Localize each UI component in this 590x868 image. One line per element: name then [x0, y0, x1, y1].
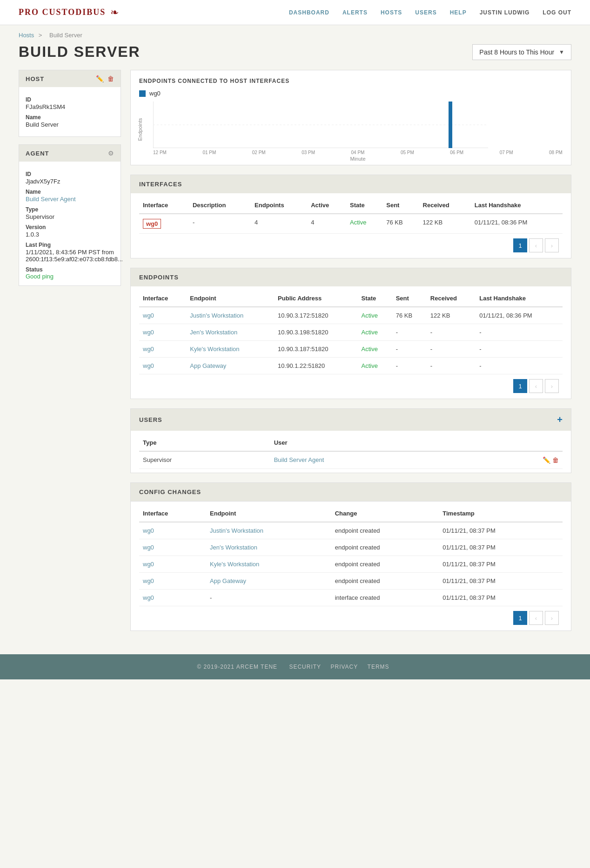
brand: PRO CUSTODIBUS ❧: [19, 7, 119, 19]
ep-endpoint-1: Justin's Workstation: [186, 307, 274, 324]
ep-sent-1: 76 KB: [392, 307, 427, 324]
cfg-wg0-link-2[interactable]: wg0: [143, 544, 154, 551]
host-card-body: ID FJa9sRk1SM4 Name Build Server: [19, 87, 121, 136]
table-row: wg0 Kyle's Workstation 10.90.3.187:51820…: [139, 341, 563, 358]
user-edit-button[interactable]: ✏️: [543, 456, 550, 464]
cfg-page-next-btn[interactable]: ›: [545, 611, 559, 625]
wg0-link-2[interactable]: wg0: [143, 329, 154, 336]
agent-settings-button[interactable]: ⚙: [108, 149, 114, 157]
user-link-1[interactable]: Build Server Agent: [274, 456, 324, 463]
add-user-button[interactable]: +: [557, 414, 563, 425]
table-row: wg0 - interface created 01/11/21, 08:37 …: [139, 590, 563, 606]
navbar: PRO CUSTODIBUS ❧ DASHBOARD ALERTS HOSTS …: [0, 0, 590, 25]
user-actions-1: ✏️ 🗑: [478, 451, 563, 469]
wg0-link-bordered[interactable]: wg0: [143, 219, 161, 229]
ep-page-next-btn[interactable]: ›: [545, 379, 559, 393]
footer: © 2019-2021 ARCEM TENE SECURITY PRIVACY …: [0, 654, 590, 679]
footer-security-link[interactable]: SECURITY: [289, 664, 321, 670]
table-row: wg0 - 4 4 Active 76 KB 122 KB 01/11/21, …: [139, 214, 563, 234]
agent-name-link[interactable]: Build Server Agent: [26, 196, 76, 203]
ep-endpoint-link-1[interactable]: Justin's Workstation: [190, 312, 243, 319]
agent-type-value: Supervisor: [26, 213, 114, 220]
cfg-wg0-link-5[interactable]: wg0: [143, 594, 154, 601]
agent-card-title: AGENT: [26, 150, 49, 157]
nav-logout[interactable]: LOG OUT: [543, 9, 571, 16]
ep-endpoint-link-2[interactable]: Jen's Workstation: [190, 329, 237, 336]
cfg-wg0-link-4[interactable]: wg0: [143, 577, 154, 584]
time-selector-button[interactable]: Past 8 Hours to This Hour ▼: [472, 44, 571, 60]
wg0-link-3[interactable]: wg0: [143, 346, 154, 353]
cfg-ep-3: Kyle's Workstation: [206, 556, 331, 573]
ep-interface-4: wg0: [139, 358, 186, 374]
ep-state-4: Active: [358, 358, 392, 374]
chart-area: ENDPOINTS CONNECTED TO HOST INTERFACES w…: [131, 70, 571, 165]
ep-sent-2: -: [392, 324, 427, 341]
col-sent: Sent: [382, 197, 419, 214]
page-next-btn[interactable]: ›: [545, 238, 559, 252]
cfg-if-4: wg0: [139, 573, 206, 590]
chart-section: ENDPOINTS CONNECTED TO HOST INTERFACES w…: [130, 70, 571, 165]
host-name-value: Build Server: [26, 121, 114, 128]
host-id-value: FJa9sRk1SM4: [26, 103, 114, 110]
footer-privacy-link[interactable]: PRIVACY: [330, 664, 358, 670]
cfg-wg0-link-3[interactable]: wg0: [143, 561, 154, 568]
page-btn-1[interactable]: 1: [513, 238, 527, 252]
host-delete-button[interactable]: 🗑: [107, 75, 114, 82]
endpoints-section: ENDPOINTS Interface Endpoint Public Addr…: [130, 268, 571, 399]
chart-title: ENDPOINTS CONNECTED TO HOST INTERFACES: [139, 78, 563, 84]
cfg-page-prev-btn[interactable]: ‹: [529, 611, 543, 625]
cfg-change-1: endpoint created: [331, 522, 439, 539]
table-row: wg0 Jen's Workstation endpoint created 0…: [139, 539, 563, 556]
config-section: CONFIG CHANGES Interface Endpoint Change…: [130, 482, 571, 631]
footer-terms-link[interactable]: TERMS: [368, 664, 389, 670]
ep-address-3: 10.90.3.187:51820: [274, 341, 357, 358]
nav-users[interactable]: USERS: [415, 9, 436, 16]
interfaces-header: INTERFACES: [131, 175, 571, 193]
user-delete-button[interactable]: 🗑: [552, 456, 559, 464]
endpoints-pagination: 1 ‹ ›: [139, 374, 563, 395]
agent-type-label: Type: [26, 206, 114, 213]
breadcrumb-parent[interactable]: Hosts: [19, 32, 34, 39]
cfg-wg0-link-1[interactable]: wg0: [143, 527, 154, 534]
ep-received-2: -: [427, 324, 476, 341]
cfg-ep-link-4[interactable]: App Gateway: [210, 577, 246, 584]
ep-page-btn-1[interactable]: 1: [513, 379, 527, 393]
cfg-page-btn-1[interactable]: 1: [513, 611, 527, 625]
ep-handshake-2: -: [476, 324, 563, 341]
if-state: Active: [346, 214, 382, 234]
users-tbody: Supervisor Build Server Agent ✏️ 🗑: [139, 451, 563, 469]
ep-received-4: -: [427, 358, 476, 374]
cfg-ep-link-3[interactable]: Kyle's Workstation: [210, 561, 259, 568]
config-body: Interface Endpoint Change Timestamp wg0 …: [131, 501, 571, 631]
wg0-link-4[interactable]: wg0: [143, 362, 154, 369]
interfaces-tbody: wg0 - 4 4 Active 76 KB 122 KB 01/11/21, …: [139, 214, 563, 234]
cfg-ts-1: 01/11/21, 08:37 PM: [439, 522, 563, 539]
cfg-ep-link-2[interactable]: Jen's Workstation: [210, 544, 257, 551]
wg0-link-1[interactable]: wg0: [143, 312, 154, 319]
page-prev-btn[interactable]: ‹: [529, 238, 543, 252]
nav-hosts[interactable]: HOSTS: [381, 9, 402, 16]
nav-alerts[interactable]: ALERTS: [342, 9, 368, 16]
cfg-change-3: endpoint created: [331, 556, 439, 573]
agent-id-label: ID: [26, 171, 114, 177]
ep-endpoint-link-3[interactable]: Kyle's Workstation: [190, 346, 239, 353]
col-interface: Interface: [139, 197, 189, 214]
cfg-if-2: wg0: [139, 539, 206, 556]
host-card-actions: ✏️ 🗑: [96, 75, 114, 82]
interfaces-thead: Interface Description Endpoints Active S…: [139, 197, 563, 214]
nav-help[interactable]: HELP: [450, 9, 467, 16]
nav-dashboard[interactable]: DASHBOARD: [289, 9, 329, 16]
config-tbody: wg0 Justin's Workstation endpoint create…: [139, 522, 563, 606]
nav-user[interactable]: JUSTIN LUDWIG: [480, 9, 530, 16]
agent-status-label: Status: [26, 266, 114, 273]
cfg-ep-link-1[interactable]: Justin's Workstation: [210, 527, 263, 534]
ep-page-prev-btn[interactable]: ‹: [529, 379, 543, 393]
chevron-down-icon: ▼: [559, 49, 564, 55]
agent-name-value: Build Server Agent: [26, 196, 114, 203]
ep-endpoint-link-4[interactable]: App Gateway: [190, 362, 226, 369]
host-edit-button[interactable]: ✏️: [96, 75, 104, 82]
interfaces-pagination: 1 ‹ ›: [139, 234, 563, 254]
host-card-header: HOST ✏️ 🗑: [19, 70, 121, 87]
ep-col-lasthandshake: Last Handshake: [476, 290, 563, 307]
ep-endpoint-2: Jen's Workstation: [186, 324, 274, 341]
